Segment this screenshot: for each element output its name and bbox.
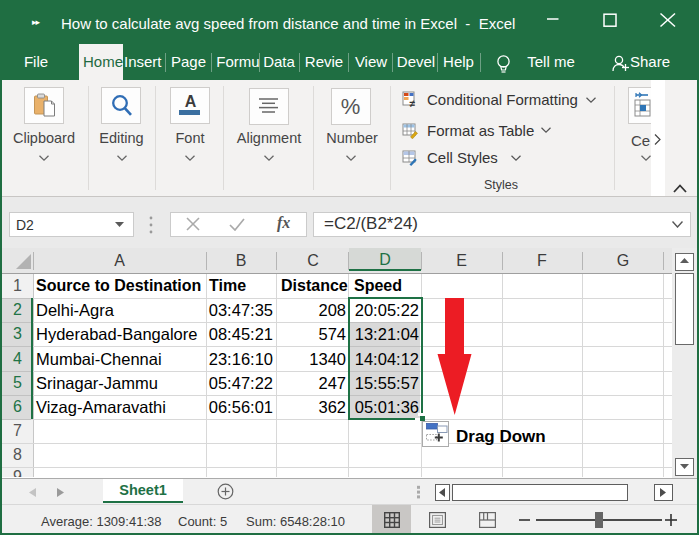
svg-text:≠: ≠ [410, 98, 416, 108]
